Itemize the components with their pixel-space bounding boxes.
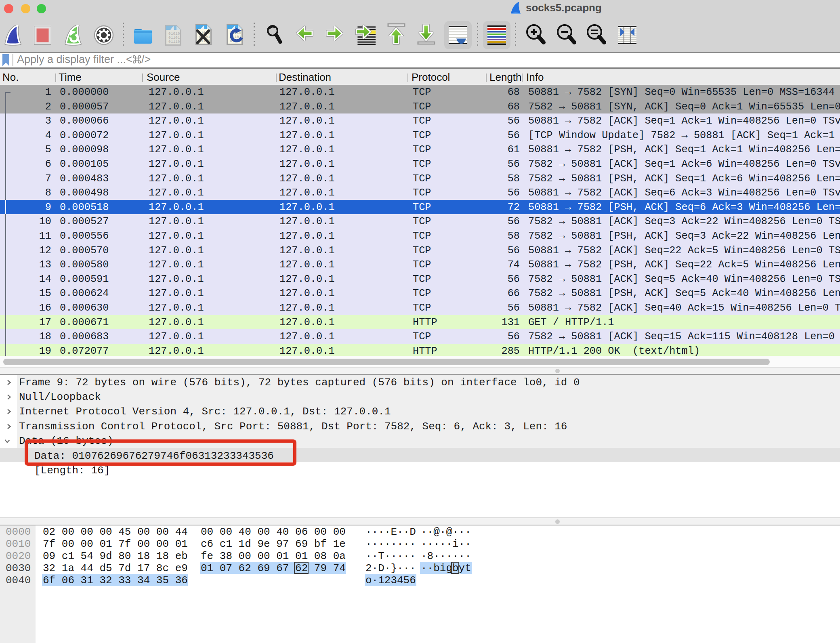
svg-text:01110: 01110 bbox=[168, 40, 180, 44]
